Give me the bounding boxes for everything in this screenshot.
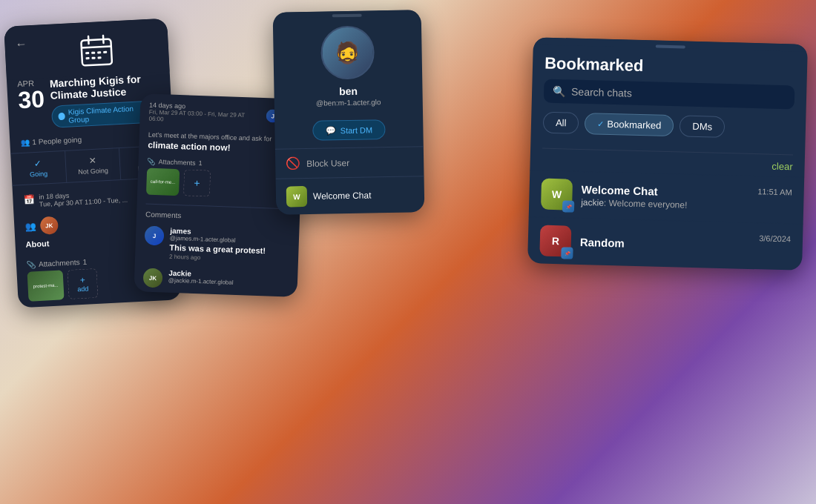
start-dm-button[interactable]: 💬 Start DM — [312, 119, 385, 141]
add-comment-attachment-button[interactable]: + — [183, 169, 211, 196]
comment-time-1: 2 hours ago — [169, 253, 266, 264]
commenter-handle-2: @jackie.m-1.acter.global — [168, 277, 234, 286]
welcome-chat-avatar: W 📌 — [541, 179, 573, 210]
profile-avatar-section: 🧔 ben @ben:m-1.acter.glo — [273, 16, 423, 113]
search-bar[interactable]: 🔍 Search chats — [544, 79, 795, 110]
profile-chat-item[interactable]: W Welcome Chat — [276, 176, 425, 214]
search-placeholder: Search chats — [571, 86, 632, 99]
attendee-avatar: JK — [40, 216, 59, 235]
comment-content-1: james @james.m-1.acter.global This was a… — [169, 227, 266, 263]
attachment-name: protest-ma... — [33, 283, 59, 289]
check-icon: ✓ — [597, 119, 604, 129]
attachment-thumbnail[interactable]: protest-ma... — [27, 270, 65, 301]
comment-content-2: Jackie @jackie.m-1.acter.global — [168, 269, 234, 286]
profile-handle: @ben:m-1.acter.glo — [316, 98, 381, 107]
svg-line-2 — [88, 36, 89, 44]
attach-row: call-for-me... + — [146, 168, 292, 200]
filter-dms-button[interactable]: DMs — [680, 115, 725, 138]
bookmarks-card: Bookmarked 🔍 Search chats All ✓ Bookmark… — [527, 37, 808, 271]
back-button[interactable]: ← — [15, 37, 27, 51]
comment-item-2: JK Jackie @jackie.m-1.acter.global — [134, 263, 297, 297]
svg-line-3 — [103, 36, 104, 43]
preview-text: Welcome everyone! — [608, 197, 687, 210]
filter-all-button[interactable]: All — [543, 112, 579, 134]
search-icon: 🔍 — [553, 85, 565, 97]
not-going-button[interactable]: ✕ Not Going — [65, 148, 122, 182]
profile-chat-name: Welcome Chat — [313, 190, 372, 201]
svg-rect-9 — [92, 57, 96, 59]
comment-attach-name: call-for-me... — [151, 179, 176, 185]
svg-rect-4 — [85, 52, 89, 54]
bookmarked-label: Bookmarked — [607, 119, 661, 131]
random-chat-time: 3/6/2024 — [759, 233, 791, 243]
add-attachment-button[interactable]: + add — [67, 268, 98, 299]
svg-line-1 — [82, 46, 111, 47]
filter-row: All ✓ Bookmarked DMs — [542, 109, 794, 146]
block-icon: 🚫 — [286, 156, 300, 170]
welcome-chat-time: 11:51 AM — [757, 187, 792, 196]
block-user-label: Block User — [306, 157, 349, 168]
block-user-section[interactable]: 🚫 Block User — [275, 146, 424, 178]
random-chat-content: Random — [580, 235, 751, 252]
commenter-avatar-2: JK — [143, 268, 163, 288]
commenter-avatar-1: J — [145, 226, 165, 246]
random-chat-badge: 📌 — [561, 247, 573, 259]
profile-avatar: 🧔 — [320, 25, 375, 79]
chat-item-random[interactable]: R 📌 Random 3/6/2024 — [527, 216, 803, 271]
profile-notch — [332, 14, 362, 18]
comment-attachment-thumb[interactable]: call-for-me... — [146, 168, 180, 196]
svg-rect-10 — [97, 56, 101, 59]
group-dot — [58, 113, 65, 120]
date-range: Fri, Mar 29 AT 03:00 - Fri, Mar 29 AT 06… — [148, 109, 259, 126]
svg-rect-7 — [103, 51, 107, 53]
svg-rect-8 — [86, 57, 90, 59]
start-dm-label: Start DM — [340, 125, 373, 135]
bookmarks-title: Bookmarked — [544, 54, 796, 80]
clear-button[interactable]: clear — [771, 161, 793, 173]
comment-item-1: J james @james.m-1.acter.global This was… — [135, 221, 300, 269]
welcome-chat-badge: 📌 — [562, 200, 574, 212]
svg-rect-6 — [97, 51, 101, 53]
event-day: 30 — [18, 87, 45, 112]
random-chat-name: Random — [580, 235, 751, 252]
profile-name: ben — [339, 85, 358, 97]
bookmarks-header: Bookmarked 🔍 Search chats All ✓ Bookmark… — [530, 44, 807, 152]
calendar-icon — [77, 31, 116, 70]
welcome-chat-content: Welcome Chat jackie: Welcome everyone! — [581, 182, 748, 211]
preview-sender: jackie — [581, 196, 604, 208]
random-chat-avatar: R 📌 — [539, 225, 571, 257]
dm-icon: 💬 — [326, 125, 336, 135]
chat-icon: W — [286, 186, 307, 207]
profile-card: 🧔 ben @ben:m-1.acter.glo 💬 Start DM 🚫 Bl… — [273, 10, 425, 214]
chat-item-welcome[interactable]: W 📌 Welcome Chat jackie: Welcome everyon… — [529, 170, 805, 224]
svg-rect-5 — [91, 52, 95, 54]
filter-bookmarked-button[interactable]: ✓ Bookmarked — [585, 113, 674, 136]
going-button[interactable]: ✓ Going — [10, 151, 67, 185]
